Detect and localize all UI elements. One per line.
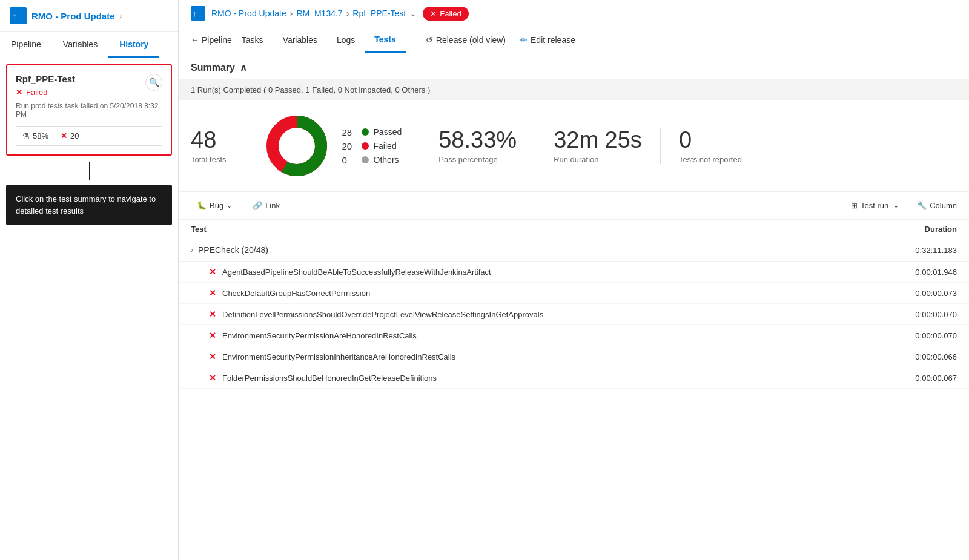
table-row[interactable]: ✕ FolderPermissionsShouldBeHonoredInGetR… bbox=[179, 367, 969, 389]
connector-line bbox=[89, 162, 90, 180]
column-button[interactable]: 🔧 Column bbox=[917, 201, 957, 210]
nav-tab-tasks[interactable]: Tasks bbox=[232, 28, 273, 52]
bug-dropdown-icon: ⌄ bbox=[227, 202, 232, 209]
breadcrumb-sep-2: › bbox=[346, 8, 349, 18]
release-card-footer: ⚗ 58% ✕ 20 bbox=[16, 126, 162, 146]
pass-pct-block: 58.33% Pass percentage bbox=[438, 128, 517, 165]
legend-passed-dot bbox=[362, 128, 369, 136]
breadcrumb-prod-update[interactable]: RMO - Prod Update bbox=[211, 8, 286, 18]
run-completed-bar: 1 Run(s) Completed ( 0 Passed, 1 Failed,… bbox=[179, 79, 969, 100]
col-header-test: Test bbox=[191, 225, 860, 234]
table-row[interactable]: ✕ EnvironmentSecurityPermissionInheritan… bbox=[179, 346, 969, 367]
status-x-icon: ✕ bbox=[430, 9, 437, 18]
group-name: PPECheck (20/48) bbox=[198, 245, 860, 255]
edit-icon: ✏ bbox=[520, 35, 527, 45]
table-row[interactable]: ✕ AgentBasedPipelineShouldBeAbleToSucces… bbox=[179, 262, 969, 283]
column-icon: 🔧 bbox=[917, 201, 927, 210]
legend-others-label: Others bbox=[374, 155, 399, 165]
release-old-view-action[interactable]: ↺ Release (old view) bbox=[418, 30, 513, 50]
row-fail-icon: ✕ bbox=[209, 331, 216, 340]
test-run-button[interactable]: ⊞ Test run ⌄ bbox=[851, 201, 899, 210]
summary-title[interactable]: Summary ∧ bbox=[191, 62, 957, 73]
search-circle-button[interactable]: 🔍 bbox=[145, 74, 162, 91]
sidebar-tab-history[interactable]: History bbox=[108, 32, 159, 58]
table-row[interactable]: ✕ DefinitionLevelPermissionsShouldOverri… bbox=[179, 304, 969, 325]
breadcrumb-dropdown-icon[interactable]: ⌄ bbox=[409, 8, 417, 18]
pass-pct-value: 58% bbox=[33, 131, 48, 140]
legend-passed-number: 28 bbox=[342, 127, 357, 137]
release-card-status-text: Failed bbox=[26, 88, 47, 97]
back-arrow-icon: ← bbox=[191, 35, 199, 45]
table-row[interactable]: ✕ EnvironmentSecurityPermissionAreHonore… bbox=[179, 325, 969, 346]
breadcrumb-sep-1: › bbox=[290, 8, 293, 18]
total-tests-block: 48 Total tests bbox=[191, 128, 227, 165]
main-logo: ↑ bbox=[191, 6, 205, 21]
summary-chevron-icon: ∧ bbox=[240, 62, 247, 73]
sidebar-title: RMO - Prod Update bbox=[31, 11, 115, 21]
nav-tab-tests[interactable]: Tests bbox=[365, 27, 406, 53]
legend-others: 0 Others bbox=[342, 155, 402, 165]
nav-tab-logs[interactable]: Logs bbox=[327, 28, 365, 52]
row-duration: 0:00:00.073 bbox=[860, 289, 957, 298]
row-test-name: DefinitionLevelPermissionsShouldOverride… bbox=[222, 310, 860, 319]
test-group-header[interactable]: › PPECheck (20/48) 0:32:11.183 bbox=[179, 239, 969, 262]
sidebar-tab-variables[interactable]: Variables bbox=[52, 32, 108, 58]
total-tests-label: Total tests bbox=[191, 155, 227, 164]
flask-icon: ⚗ bbox=[22, 131, 30, 140]
sidebar-tab-pipeline[interactable]: Pipeline bbox=[0, 32, 52, 58]
not-reported-number: 0 bbox=[679, 128, 692, 153]
run-duration-label: Run duration bbox=[554, 155, 598, 164]
status-badge: ✕ Failed bbox=[423, 7, 468, 21]
nav-back-pipeline[interactable]: ← Pipeline bbox=[191, 35, 232, 45]
legend-failed: 20 Failed bbox=[342, 141, 402, 151]
stat-divider-2 bbox=[420, 128, 420, 164]
legend-failed-dot bbox=[362, 142, 369, 150]
row-test-name: CheckDefaultGroupHasCorrectPermission bbox=[222, 289, 860, 298]
row-duration: 0:00:01.946 bbox=[860, 268, 957, 277]
release-card-info: Run prod tests task failed on 5/20/2018 … bbox=[16, 102, 162, 119]
stat-divider-4 bbox=[660, 128, 661, 164]
group-duration: 0:32:11.183 bbox=[860, 246, 957, 255]
row-duration: 0:00:00.066 bbox=[860, 352, 957, 361]
bug-button[interactable]: 🐛 Bug ⌄ bbox=[191, 198, 238, 213]
row-test-name: AgentBasedPipelineShouldBeAbleToSuccessf… bbox=[222, 268, 860, 277]
svg-point-6 bbox=[280, 129, 314, 163]
svg-text:↑: ↑ bbox=[193, 9, 197, 18]
run-duration-block: 32m 25s Run duration bbox=[554, 128, 642, 165]
col-header-duration: Duration bbox=[860, 225, 957, 234]
link-button[interactable]: 🔗 Link bbox=[246, 198, 286, 213]
row-fail-icon: ✕ bbox=[209, 352, 216, 361]
donut-chart-area: 28 Passed 20 Failed 0 Others bbox=[263, 113, 402, 179]
total-tests-number: 48 bbox=[191, 128, 216, 153]
row-duration: 0:00:00.070 bbox=[860, 310, 957, 319]
nav-tab-variables[interactable]: Variables bbox=[273, 28, 327, 52]
table-row[interactable]: ✕ CheckDefaultGroupHasCorrectPermission … bbox=[179, 283, 969, 304]
row-test-name: EnvironmentSecurityPermissionInheritance… bbox=[222, 352, 860, 361]
breadcrumb-rm-m134[interactable]: RM_M134.7 bbox=[296, 8, 342, 18]
legend-others-number: 0 bbox=[342, 155, 357, 165]
row-fail-icon: ✕ bbox=[209, 288, 216, 298]
link-icon: 🔗 bbox=[253, 201, 262, 210]
release-card[interactable]: Rpf_PPE-Test ✕ Failed Run prod tests tas… bbox=[6, 64, 172, 156]
group-chevron-icon: › bbox=[191, 246, 193, 254]
fail-x-small-icon: ✕ bbox=[61, 131, 67, 140]
row-duration: 0:00:00.067 bbox=[860, 374, 957, 383]
legend-failed-label: Failed bbox=[374, 141, 397, 151]
not-reported-block: 0 Tests not reported bbox=[679, 128, 742, 165]
svg-text:↑: ↑ bbox=[12, 11, 17, 21]
fail-x-icon: ✕ bbox=[16, 88, 22, 97]
edit-release-action[interactable]: ✏ Edit release bbox=[513, 30, 583, 50]
test-run-icon: ⊞ bbox=[851, 201, 858, 210]
sidebar-chevron-icon: › bbox=[120, 12, 122, 20]
pass-pct-label: Pass percentage bbox=[438, 155, 498, 164]
legend-passed: 28 Passed bbox=[342, 127, 402, 137]
test-run-dropdown-icon: ⌄ bbox=[893, 202, 899, 209]
test-group: › PPECheck (20/48) 0:32:11.183 ✕ AgentBa… bbox=[179, 239, 969, 389]
azure-logo: ↑ bbox=[10, 7, 27, 24]
row-test-name: FolderPermissionsShouldBeHonoredInGetRel… bbox=[222, 374, 860, 383]
search-icon: 🔍 bbox=[149, 77, 159, 87]
stat-divider-1 bbox=[245, 128, 245, 164]
fail-count-value: 20 bbox=[70, 131, 79, 140]
breadcrumb-rpf-ppe[interactable]: Rpf_PPE-Test bbox=[352, 8, 406, 18]
run-duration-number: 32m 25s bbox=[554, 128, 642, 153]
